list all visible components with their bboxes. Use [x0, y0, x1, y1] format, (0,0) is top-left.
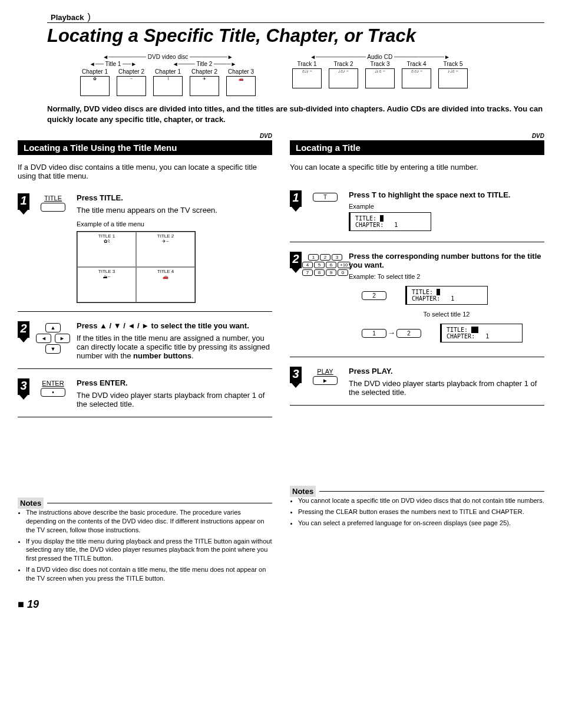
arrow-buttons-icon: ▲ ◄ ► ▼: [29, 321, 77, 360]
example-label-r: Example: [349, 203, 544, 210]
step-number-3r: 3: [290, 367, 302, 383]
play-button-icon: PLAY ►: [302, 367, 349, 397]
example-label: Example of a title menu: [77, 220, 272, 228]
display-example-12: TITLE: 12CHAPTER: 1: [440, 324, 523, 342]
step2-body: If the titles in the title menu are assi…: [77, 334, 272, 360]
title-button-icon: TITLE: [29, 193, 77, 303]
dvd-tag-right: DVD: [290, 133, 544, 139]
step-number-1: 1: [18, 193, 29, 210]
step3-body: The DVD video player starts playback fro…: [77, 391, 272, 409]
page-number: 19: [18, 598, 544, 611]
title-menu-example: TITLE 1✿⌇ TITLE 2✈~ TITLE 3⛰~ TITLE 4🚗: [77, 231, 196, 303]
notes-label-left: Notes: [18, 498, 44, 509]
step-number-2r: 2: [290, 252, 302, 268]
page-title: Locating a Specific Title, Chapter, or T…: [47, 25, 544, 47]
step-number-3: 3: [18, 378, 29, 395]
display-example-1: TITLE: 1CHAPTER: 1: [349, 212, 431, 231]
enter-button-icon: ENTER •: [29, 378, 77, 409]
step1-body: The title menu appears on the TV screen.: [77, 206, 272, 215]
right-intro: You can locate a specific title by enter…: [290, 163, 544, 172]
step-number-1r: 1: [290, 190, 302, 207]
step-number-2: 2: [18, 321, 29, 338]
step2-lead: Press ▲ / ▼ / ◄ / ► to select the title …: [77, 321, 272, 330]
left-section-header: Locating a Title Using the Title Menu: [18, 140, 272, 155]
button-1: 1: [362, 329, 386, 338]
display-example-2: TITLE: 2CHAPTER: 1: [405, 286, 488, 305]
notes-list-left: The instructions above describe the basi…: [18, 508, 272, 583]
dvd-tag: DVD: [18, 133, 272, 139]
step1r-lead: Press T to highlight the space next to T…: [349, 190, 544, 199]
step3r-body: The DVD video player starts playback fro…: [349, 379, 544, 397]
notes-list-right: You cannot locate a specific title on DV…: [290, 496, 544, 528]
dvd-structure-diagram: ◄───────── DVD video disc ─────────► ◄──…: [77, 54, 259, 98]
button-2b: 2: [396, 329, 421, 338]
left-intro: If a DVD video disc contains a title men…: [18, 163, 272, 180]
step3-lead: Press ENTER.: [77, 378, 272, 387]
mid-label: To select title 12: [349, 311, 544, 318]
t-button-icon: T: [302, 190, 349, 233]
notes-label-right: Notes: [290, 486, 316, 497]
button-2: 2: [362, 291, 386, 300]
example-label-2r: Example: To select title 2: [349, 273, 544, 280]
right-section-header: Locating a Title: [290, 140, 544, 155]
step2r-lead: Press the corresponding number buttons f…: [349, 252, 544, 269]
playback-tab: Playback: [47, 12, 87, 22]
number-keypad-icon: 123 456+10 7890: [302, 252, 349, 348]
intro-text: Normally, DVD video discs are divided in…: [47, 104, 544, 124]
step3r-lead: Press PLAY.: [349, 367, 544, 375]
cd-structure-diagram: ◄──────────── Audio CD ────────────► Tra…: [289, 54, 471, 98]
step1-lead: Press TITLE.: [77, 193, 272, 202]
